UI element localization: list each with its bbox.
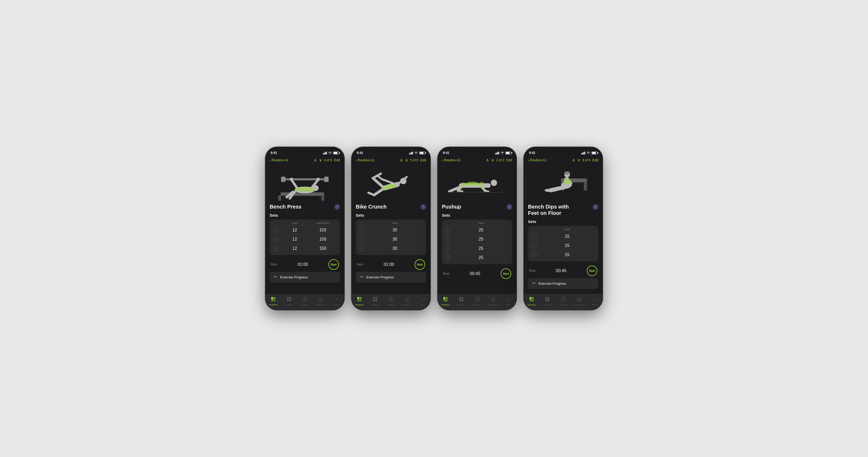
wifi-icon — [328, 152, 332, 154]
set-row: 1 15 — [531, 232, 595, 241]
tab-item-more[interactable]: More — [588, 297, 601, 306]
phones-container: 9:41 — [266, 147, 602, 310]
tab-icon-history — [302, 297, 307, 303]
tab-item-more[interactable]: More — [416, 297, 429, 306]
tab-item-measures[interactable]: Measures — [314, 297, 327, 306]
tab-label-more: More — [420, 304, 425, 306]
start-button[interactable]: Start — [501, 268, 511, 279]
set-reps: 25 — [453, 237, 509, 242]
tab-item-history[interactable]: History — [298, 297, 311, 306]
set-number: 4 — [445, 255, 451, 261]
nav-edit-button[interactable]: Edit — [334, 158, 340, 162]
tab-item-explore[interactable]: Explore — [541, 297, 554, 306]
svg-point-73 — [479, 182, 484, 186]
start-button[interactable]: Start — [329, 259, 339, 270]
signal-icon — [581, 152, 585, 154]
info-button[interactable]: ⓘ — [334, 204, 340, 210]
exercise-image — [528, 164, 598, 204]
svg-point-31 — [335, 299, 336, 300]
nav-down-arrow[interactable]: ∨ — [405, 158, 408, 162]
sets-table-header: Reps — [531, 228, 595, 231]
nav-back-button[interactable]: ‹ Routine A1 — [442, 158, 461, 162]
tab-item-explore[interactable]: Explore — [369, 297, 382, 306]
tab-item-explore[interactable]: Explore — [455, 297, 468, 306]
tab-item-routines[interactable]: Routines — [439, 297, 452, 306]
exercise-content: Bike Crunch ⓘ Sets Reps 1 30 2 30 — [351, 164, 430, 294]
tab-icon-measures — [576, 297, 582, 303]
tab-item-measures[interactable]: Measures — [572, 297, 586, 306]
exercise-name: Bike Crunch — [356, 204, 418, 210]
info-button[interactable]: ⓘ — [420, 204, 426, 210]
nav-edit-button[interactable]: Edit — [506, 158, 512, 162]
nav-up-arrow[interactable]: ∧ — [572, 158, 575, 162]
tab-icon-explore — [373, 297, 378, 303]
exercise-header: Bike Crunch ⓘ — [356, 204, 426, 210]
info-button[interactable]: ⓘ — [506, 204, 512, 210]
nav-position: 4 of 5 — [324, 158, 332, 162]
tab-icon-routines — [529, 297, 534, 303]
status-time: 9:41 — [443, 151, 449, 155]
rest-label: Rest — [271, 263, 277, 266]
tab-item-history[interactable]: History — [384, 297, 398, 306]
tab-item-explore[interactable]: Explore — [282, 297, 296, 306]
set-reps: 30 — [367, 246, 423, 251]
set-reps: 15 — [539, 243, 595, 248]
tab-icon-measures — [404, 297, 409, 303]
exercise-header: Pushup ⓘ — [442, 204, 512, 210]
exercise-header: Bench Press ⓘ — [270, 204, 340, 210]
status-bar: 9:41 — [438, 147, 517, 156]
svg-rect-78 — [443, 300, 448, 301]
tab-item-routines[interactable]: Routines — [353, 297, 366, 306]
nav-back-button[interactable]: ‹ Routine A1 — [356, 158, 374, 162]
nav-edit-button[interactable]: Edit — [593, 158, 598, 162]
status-bar: 9:41 — [266, 147, 344, 156]
progress-chevron: › — [335, 275, 336, 279]
nav-up-arrow[interactable]: ∧ — [400, 158, 403, 162]
svg-line-69 — [449, 191, 451, 191]
tab-item-measures[interactable]: Measures — [400, 297, 413, 306]
signal-icon — [323, 152, 327, 154]
svg-point-75 — [481, 186, 485, 189]
svg-point-15 — [295, 187, 300, 191]
nav-bar: ‹ Routine A1 ∧ ∨ 2 of 2 Edit — [438, 156, 517, 164]
tab-label-history: History — [560, 304, 566, 306]
tab-item-history[interactable]: History — [557, 297, 570, 306]
nav-back-button[interactable]: ‹ Routine A1 — [528, 158, 547, 162]
set-weight: 150 — [309, 228, 337, 233]
nav-up-arrow[interactable]: ∧ — [486, 158, 489, 162]
tab-item-more[interactable]: More — [330, 297, 343, 306]
set-row: 1 25 — [445, 225, 509, 235]
exercise-progress-row[interactable]: 〜 Exercise Progress › — [270, 272, 340, 283]
set-reps: 12 — [281, 246, 309, 251]
progress-text: Exercise Progress — [366, 275, 394, 279]
tab-item-measures[interactable]: Measures — [486, 297, 499, 306]
tab-item-routines[interactable]: Routines — [267, 297, 280, 306]
tab-item-history[interactable]: History — [470, 297, 484, 306]
set-number: 1 — [531, 234, 537, 239]
info-button[interactable]: ⓘ — [593, 204, 598, 210]
nav-position: 5 of 5 — [410, 158, 418, 162]
sets-table-header: Reps — [445, 222, 509, 224]
nav-edit-button[interactable]: Edit — [420, 158, 426, 162]
nav-up-arrow[interactable]: ∧ — [314, 158, 317, 162]
svg-rect-112 — [532, 297, 534, 299]
start-button[interactable]: Start — [414, 259, 425, 270]
sets-table: Reps 1 30 2 30 3 30 — [356, 220, 426, 255]
set-weight: 150 — [309, 246, 337, 251]
phone-phone-4: 9:41 — [524, 147, 602, 310]
exercise-progress-row[interactable]: 〜 Exercise Progress › — [356, 272, 426, 283]
status-icons — [581, 152, 597, 154]
sets-table-header: Reps — [359, 222, 423, 224]
tab-item-routines[interactable]: Routines — [525, 297, 538, 306]
nav-down-arrow[interactable]: ∨ — [319, 158, 322, 162]
nav-down-arrow[interactable]: ∨ — [491, 158, 494, 162]
nav-back-button[interactable]: ‹ Routine A1 — [270, 158, 288, 162]
start-button[interactable]: Start — [587, 266, 597, 276]
svg-rect-45 — [357, 297, 359, 299]
tab-item-more[interactable]: More — [502, 297, 515, 306]
exercise-progress-row[interactable]: 〜 Exercise Progress › — [528, 278, 598, 289]
svg-line-42 — [377, 176, 382, 179]
nav-down-arrow[interactable]: ∨ — [577, 158, 581, 162]
svg-rect-47 — [357, 300, 362, 301]
tab-icon-measures — [490, 297, 495, 303]
